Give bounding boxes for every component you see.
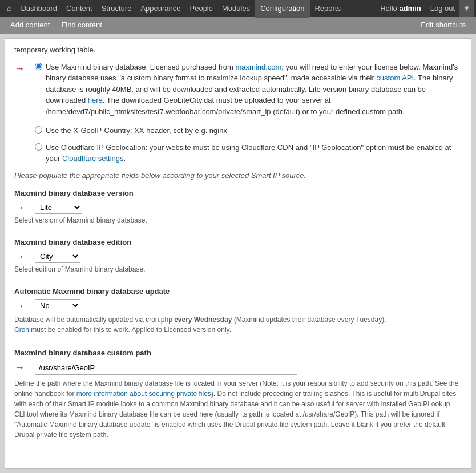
admin-name: admin [399,4,421,13]
edition-title: Maxmind binary database edition [14,238,462,246]
radio2-option: Use the X-GeoIP-Country: XX header, set … [35,125,462,136]
home-icon[interactable]: ⌂ [2,0,16,17]
nav-modules[interactable]: Modules [217,0,255,17]
arrow4-icon: → [14,300,25,312]
edition-desc: Select edition of Maxmind binary databas… [14,265,462,273]
radio1-content: Use Maxmind binary database. Licensed pu… [35,62,462,123]
custom-api-link[interactable]: custom API [376,74,414,82]
cron-link[interactable]: Cron [14,326,29,334]
custompath-input[interactable] [35,361,297,375]
custompath-input-row: → [14,361,462,375]
radio3-option: Use Cloudflare IP Geolocation: your webs… [35,142,462,164]
arrow3-icon: → [14,251,25,263]
maxmind-link[interactable]: maxmind.com [235,63,281,71]
autoupdate-section: Automatic Maxmind binary database update… [14,287,462,335]
custompath-title: Maxmind binary database custom path [14,349,462,357]
version-desc: Select version of Maxmind binary databas… [14,216,462,224]
admin-greeting: Hello admin [376,0,426,17]
cloudflare-settings-link[interactable]: Cloudflare settings [62,154,124,163]
edition-select[interactable]: City Country [35,250,80,263]
radio1-row: → Use Maxmind binary database. Licensed … [14,62,462,123]
find-content-link[interactable]: Find content [55,17,108,34]
content-body: temporary working table. → Use Maxmind b… [14,45,462,459]
arrow1-icon: → [14,63,25,75]
populate-note: Please populate the appropriate fields b… [14,171,462,180]
arrow4-indicator: → [14,299,35,312]
version-section: Maxmind binary database version → Lite L… [14,189,462,224]
wednesday-text: every Wednesday [174,316,232,324]
nav-configuration[interactable]: Configuration [255,0,310,18]
autoupdate-select-row: → No Yes [14,299,462,312]
shortcuts-bar: Add content Find content Edit shortcuts [0,17,476,34]
securing-files-link[interactable]: more information about securing private … [76,390,211,398]
arrow3-indicator: → [14,250,35,263]
radio1-input[interactable] [35,63,42,70]
nav-appearance[interactable]: Appearance [136,0,185,17]
autoupdate-select[interactable]: No Yes [35,299,80,312]
arrow2-indicator: → [14,201,35,214]
nav-content[interactable]: Content [62,0,97,17]
radio1-option: Use Maxmind binary database. Licensed pu… [35,62,462,118]
edition-select-row: → City Country [14,250,462,263]
arrow2-icon: → [14,202,25,214]
nav-dashboard[interactable]: Dashboard [16,0,62,17]
nav-reports[interactable]: Reports [310,0,345,17]
radio2-label: Use the X-GeoIP-Country: XX header, set … [46,125,227,136]
arrow5-indicator: → [14,361,35,374]
version-title: Maxmind binary database version [14,189,462,197]
custompath-desc: Define the path where the Maxmind binary… [14,378,462,440]
nav-structure[interactable]: Structure [97,0,136,17]
arrow5-icon: → [14,362,25,374]
nav-people[interactable]: People [185,0,217,17]
radio1-label: Use Maxmind binary database. Licensed pu… [46,62,462,118]
logout-link[interactable]: Log out [426,0,459,17]
add-content-link[interactable]: Add content [5,17,55,34]
here-link[interactable]: here [88,96,103,104]
autoupdate-title: Automatic Maxmind binary database update [14,287,462,296]
version-select-row: → Lite Licensed [14,201,462,214]
dropdown-arrow-icon[interactable]: ▼ [459,0,474,17]
top-navigation: ⌂ Dashboard Content Structure Appearance… [0,0,476,17]
radio3-input[interactable] [35,143,42,151]
radio3-label: Use Cloudflare IP Geolocation: your webs… [46,142,462,164]
custompath-section: Maxmind binary database custom path → De… [14,349,462,440]
version-select[interactable]: Lite Licensed [35,201,82,214]
edition-section: Maxmind binary database edition → City C… [14,238,462,273]
intro-truncated-text: temporary working table. [14,45,462,56]
radio2-input[interactable] [35,126,42,134]
arrow1-indicator: → [14,62,35,75]
main-content: temporary working table. → Use Maxmind b… [5,38,471,469]
autoupdate-desc: Database will be automatically updated v… [14,314,462,335]
edit-shortcuts-link[interactable]: Edit shortcuts [415,17,471,34]
